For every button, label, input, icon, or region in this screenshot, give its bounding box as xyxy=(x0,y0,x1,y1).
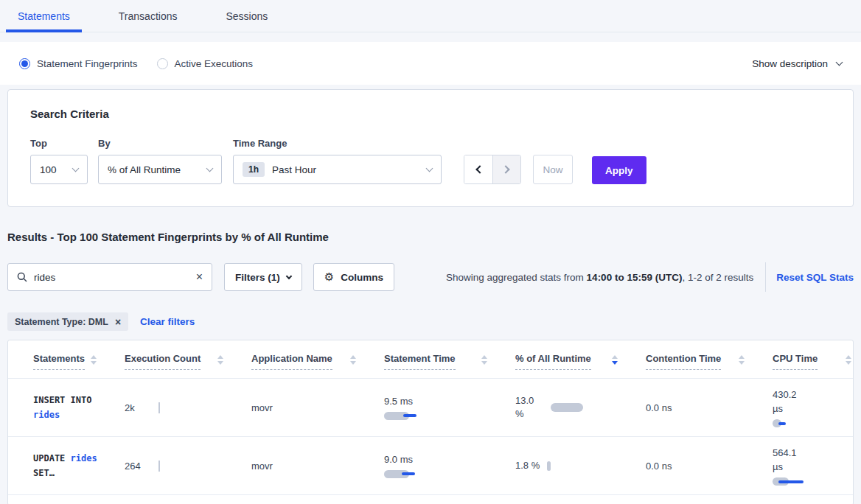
top-label: Top xyxy=(30,138,88,149)
by-label: By xyxy=(98,138,222,149)
statement-fingerprint-link[interactable]: rides xyxy=(71,453,97,463)
col-header-execution-count[interactable]: Execution Count xyxy=(119,340,245,379)
showing-stats-text: Showing aggregated stats from 14:00 to 1… xyxy=(446,272,753,283)
sort-icon[interactable] xyxy=(739,353,745,365)
cpu-time-cell: 564.1 µs xyxy=(767,437,854,495)
radio-active-executions[interactable]: Active Executions xyxy=(157,58,254,69)
filters-button[interactable]: Filters (1) xyxy=(224,263,302,291)
time-range-label: Time Range xyxy=(233,138,442,149)
search-criteria-title: Search Criteria xyxy=(30,108,838,120)
columns-button[interactable]: ⚙ Columns xyxy=(313,263,394,291)
filter-pill-close-icon[interactable]: × xyxy=(115,317,121,327)
chevron-down-icon xyxy=(72,164,80,172)
radio-unselected-icon[interactable] xyxy=(157,58,168,69)
sort-icon[interactable] xyxy=(481,353,487,365)
top-select[interactable]: 100 xyxy=(30,155,88,184)
cpu-time-stddev-bar xyxy=(778,480,804,483)
statement-time-value: 9.0 ms xyxy=(384,454,503,465)
reset-sql-stats-link[interactable]: Reset SQL Stats xyxy=(776,272,854,283)
percent-runtime-bar xyxy=(551,403,583,412)
sort-icon[interactable] xyxy=(350,353,356,365)
execution-count-cell: 2k xyxy=(119,379,245,437)
time-range-badge: 1h xyxy=(243,162,265,177)
statement-fingerprint-link[interactable]: rides xyxy=(33,410,60,420)
cpu-time-unit: µs xyxy=(773,402,848,416)
active-filters-row: Statement Type: DML × Clear filters xyxy=(7,312,854,331)
columns-label: Columns xyxy=(341,272,383,283)
gear-icon: ⚙ xyxy=(324,270,334,284)
time-nav-group xyxy=(464,155,521,184)
table-row: UPDATE rides SET… 264 movr 9.0 ms xyxy=(8,437,854,495)
percent-runtime-value: 13.0 % xyxy=(515,394,543,421)
application-name-cell: movr xyxy=(245,437,378,495)
execution-count-value: 264 xyxy=(125,461,158,472)
criteria-controls: Top 100 By % of All Runtime Time Range 1… xyxy=(23,138,838,184)
by-select[interactable]: % of All Runtime xyxy=(98,155,222,184)
chevron-right-icon xyxy=(501,165,509,173)
show-description-toggle[interactable]: Show description xyxy=(752,58,842,69)
cpu-time-stddev-bar xyxy=(778,422,786,425)
radio-selected-icon[interactable] xyxy=(19,58,30,69)
now-button[interactable]: Now xyxy=(533,155,573,184)
contention-time-cell: 0.0 ns xyxy=(640,437,767,495)
vertical-divider xyxy=(765,262,766,292)
col-header-statements[interactable]: Statements xyxy=(8,340,119,379)
stats-time-range: 14:00 to 15:59 (UTC) xyxy=(587,272,683,283)
col-header-statement-time[interactable]: Statement Time xyxy=(378,340,509,379)
cpu-time-value: 430.2 xyxy=(773,388,848,402)
radio-statement-fingerprints[interactable]: Statement Fingerprints xyxy=(19,58,138,69)
chevron-down-icon xyxy=(286,273,292,279)
chevron-down-icon xyxy=(206,164,214,172)
col-header-application-name[interactable]: Application Name xyxy=(245,340,378,379)
results-heading: Results - Top 100 Statement Fingerprints… xyxy=(7,231,854,243)
top-field: Top 100 xyxy=(30,138,88,184)
apply-button[interactable]: Apply xyxy=(592,156,646,184)
top-select-value: 100 xyxy=(40,164,57,175)
time-range-value: Past Hour xyxy=(272,164,316,175)
col-header-percent-runtime[interactable]: % of All Runtime xyxy=(509,340,640,379)
percent-runtime-bar xyxy=(547,461,551,471)
execution-count-bar xyxy=(158,402,160,413)
execution-count-bar xyxy=(158,461,160,472)
filter-pill-label: Statement Type: DML xyxy=(15,317,108,327)
execution-count-cell: 264 xyxy=(119,437,245,495)
time-range-field: Time Range 1h Past Hour xyxy=(233,138,442,184)
top-tab-bar: Statements Transactions Sessions xyxy=(0,0,861,32)
statement-time-cell: 9.5 ms xyxy=(378,379,509,437)
execution-count-value: 2k xyxy=(125,402,158,413)
percent-runtime-cell: 1.8 % xyxy=(509,437,640,495)
sort-icon[interactable] xyxy=(217,353,223,365)
cpu-time-unit: µs xyxy=(773,460,848,474)
tab-transactions[interactable]: Transactions xyxy=(107,10,189,32)
chevron-down-icon xyxy=(836,58,843,66)
cpu-time-value: 564.1 xyxy=(773,446,848,460)
clear-filters-link[interactable]: Clear filters xyxy=(140,316,195,327)
percent-runtime-cell: 13.0 % xyxy=(509,379,640,437)
time-prev-button[interactable] xyxy=(464,155,492,183)
statement-time-cell: 9.0 ms xyxy=(378,437,509,495)
search-input[interactable] xyxy=(34,272,196,283)
time-range-select[interactable]: 1h Past Hour xyxy=(233,155,442,184)
sort-icon[interactable] xyxy=(91,353,97,365)
view-toggle-bar: Statement Fingerprints Active Executions… xyxy=(0,42,861,85)
filter-pill-statement-type[interactable]: Statement Type: DML × xyxy=(7,312,128,331)
sort-icon[interactable] xyxy=(846,353,851,365)
search-clear-icon[interactable]: × xyxy=(196,271,203,283)
statements-table: Statements Execution Count Application N… xyxy=(8,340,854,495)
table-row: INSERT INTO rides 2k movr 9.5 ms xyxy=(8,379,854,437)
by-field: By % of All Runtime xyxy=(98,138,222,184)
contention-time-cell: 0.0 ns xyxy=(640,379,767,437)
col-header-cpu-time[interactable]: CPU Time xyxy=(767,340,854,379)
tab-sessions[interactable]: Sessions xyxy=(214,10,279,32)
application-name-cell: movr xyxy=(245,379,378,437)
time-next-button[interactable] xyxy=(492,155,520,183)
statement-cell: INSERT INTO rides xyxy=(8,379,119,437)
sort-icon-active-desc[interactable] xyxy=(612,353,618,365)
statement-time-stddev-bar xyxy=(402,472,415,475)
col-header-contention-time[interactable]: Contention Time xyxy=(640,340,767,379)
radio-label: Statement Fingerprints xyxy=(37,58,138,69)
tab-statements[interactable]: Statements xyxy=(6,10,82,32)
statement-time-value: 9.5 ms xyxy=(384,396,503,407)
search-box[interactable]: × xyxy=(7,263,212,291)
chevron-left-icon xyxy=(475,165,484,173)
